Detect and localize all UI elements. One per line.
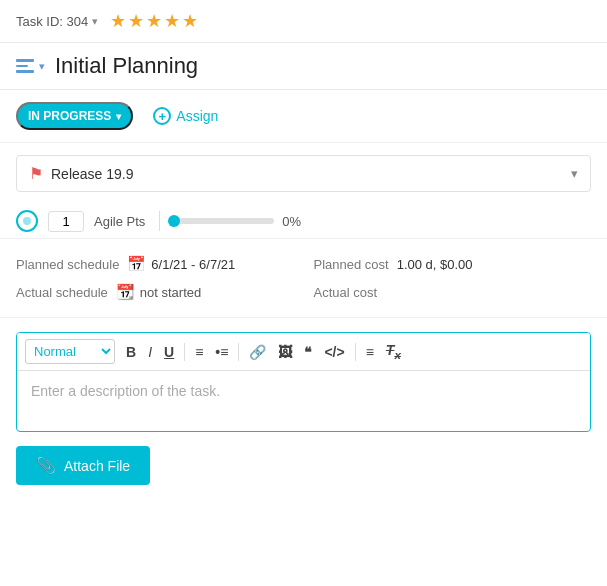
star-1: ★ bbox=[110, 10, 126, 32]
progress-bar-container[interactable]: 0% bbox=[174, 214, 301, 229]
bold-icon: B bbox=[126, 344, 136, 360]
assign-plus-icon: + bbox=[153, 107, 171, 125]
toolbar-sep-3 bbox=[355, 343, 356, 361]
title-bar: ▾ Initial Planning bbox=[0, 43, 607, 90]
quote-icon: ❝ bbox=[304, 344, 312, 360]
editor-toolbar: Normal Heading 1 Heading 2 Heading 3 B I… bbox=[17, 333, 590, 371]
list-icon[interactable]: ▾ bbox=[16, 59, 45, 73]
clear-format-icon: Tx bbox=[386, 342, 401, 361]
star-3: ★ bbox=[146, 10, 162, 32]
actual-schedule-value: 📆 not started bbox=[116, 283, 201, 301]
list-line-3 bbox=[16, 70, 34, 73]
actual-cost-item: Actual cost bbox=[314, 283, 592, 301]
planned-schedule-item: Planned schedule 📅 6/1/21 - 6/7/21 bbox=[16, 255, 294, 273]
actual-cost-label: Actual cost bbox=[314, 285, 378, 300]
link-icon: 🔗 bbox=[249, 344, 266, 360]
star-rating[interactable]: ★ ★ ★ ★ ★ bbox=[110, 10, 198, 32]
code-button[interactable]: </> bbox=[319, 341, 349, 363]
planned-cost-value: 1.00 d, $0.00 bbox=[397, 257, 473, 272]
page-title: Initial Planning bbox=[55, 53, 591, 79]
agile-pts-input[interactable] bbox=[48, 211, 84, 232]
actual-schedule-label: Actual schedule bbox=[16, 285, 108, 300]
status-badge-label: IN PROGRESS bbox=[28, 109, 111, 123]
release-name: Release 19.9 bbox=[51, 166, 134, 182]
toolbar-sep-2 bbox=[238, 343, 239, 361]
top-bar: Task ID: 304 ▾ ★ ★ ★ ★ ★ bbox=[0, 0, 607, 43]
planned-cost-item: Planned cost 1.00 d, $0.00 bbox=[314, 255, 592, 273]
release-left: ⚑ Release 19.9 bbox=[29, 164, 134, 183]
status-badge[interactable]: IN PROGRESS ▾ bbox=[16, 102, 133, 130]
star-4: ★ bbox=[164, 10, 180, 32]
info-grid: Planned schedule 📅 6/1/21 - 6/7/21 Plann… bbox=[0, 239, 607, 318]
quote-button[interactable]: ❝ bbox=[299, 341, 317, 363]
agile-circle-icon bbox=[16, 210, 38, 232]
attach-file-label: Attach File bbox=[64, 458, 130, 474]
agile-inner-dot bbox=[23, 217, 31, 225]
italic-button[interactable]: I bbox=[143, 341, 157, 363]
planned-schedule-value: 📅 6/1/21 - 6/7/21 bbox=[127, 255, 235, 273]
task-id[interactable]: Task ID: 304 ▾ bbox=[16, 14, 98, 29]
bold-button[interactable]: B bbox=[121, 341, 141, 363]
task-id-chevron-icon: ▾ bbox=[92, 15, 98, 28]
image-button[interactable]: 🖼 bbox=[273, 341, 297, 363]
paperclip-icon: 📎 bbox=[36, 456, 56, 475]
assign-button[interactable]: + Assign bbox=[153, 107, 218, 125]
editor-body[interactable]: Enter a description of the task. bbox=[17, 371, 590, 431]
code-icon: </> bbox=[324, 344, 344, 360]
actual-calendar-icon: 📆 bbox=[116, 283, 135, 301]
star-5: ★ bbox=[182, 10, 198, 32]
list-line-2 bbox=[16, 65, 28, 68]
planned-schedule-dates: 6/1/21 - 6/7/21 bbox=[151, 257, 235, 272]
agile-divider bbox=[159, 211, 160, 231]
align-icon: ≡ bbox=[366, 344, 374, 360]
actual-schedule-item: Actual schedule 📆 not started bbox=[16, 283, 294, 301]
progress-percent: 0% bbox=[282, 214, 301, 229]
attach-file-button[interactable]: 📎 Attach File bbox=[16, 446, 150, 485]
release-chevron-icon: ▾ bbox=[571, 166, 578, 181]
actual-schedule-status: not started bbox=[140, 285, 201, 300]
status-row: IN PROGRESS ▾ + Assign bbox=[0, 90, 607, 143]
format-select[interactable]: Normal Heading 1 Heading 2 Heading 3 bbox=[25, 339, 115, 364]
ordered-list-button[interactable]: ≡ bbox=[190, 341, 208, 363]
status-chevron-icon: ▾ bbox=[116, 111, 121, 122]
flag-icon: ⚑ bbox=[29, 164, 43, 183]
list-line-1 bbox=[16, 59, 34, 62]
list-lines bbox=[16, 59, 34, 73]
task-id-text: Task ID: 304 bbox=[16, 14, 88, 29]
underline-icon: U bbox=[164, 344, 174, 360]
editor-placeholder: Enter a description of the task. bbox=[31, 383, 220, 399]
planned-cost-label: Planned cost bbox=[314, 257, 389, 272]
clear-format-button[interactable]: Tx bbox=[381, 339, 406, 364]
progress-bar[interactable] bbox=[174, 218, 274, 224]
italic-icon: I bbox=[148, 344, 152, 360]
list-chevron-icon: ▾ bbox=[39, 60, 45, 73]
description-editor: Normal Heading 1 Heading 2 Heading 3 B I… bbox=[16, 332, 591, 432]
align-button[interactable]: ≡ bbox=[361, 341, 379, 363]
image-icon: 🖼 bbox=[278, 344, 292, 360]
release-row[interactable]: ⚑ Release 19.9 ▾ bbox=[16, 155, 591, 192]
unordered-list-button[interactable]: •≡ bbox=[210, 341, 233, 363]
agile-row: Agile Pts 0% bbox=[0, 204, 607, 239]
unordered-list-icon: •≡ bbox=[215, 344, 228, 360]
assign-label: Assign bbox=[176, 108, 218, 124]
star-2: ★ bbox=[128, 10, 144, 32]
underline-button[interactable]: U bbox=[159, 341, 179, 363]
planned-calendar-icon: 📅 bbox=[127, 255, 146, 273]
ordered-list-icon: ≡ bbox=[195, 344, 203, 360]
progress-handle bbox=[168, 215, 180, 227]
planned-schedule-label: Planned schedule bbox=[16, 257, 119, 272]
toolbar-sep-1 bbox=[184, 343, 185, 361]
agile-pts-label: Agile Pts bbox=[94, 214, 145, 229]
link-button[interactable]: 🔗 bbox=[244, 341, 271, 363]
